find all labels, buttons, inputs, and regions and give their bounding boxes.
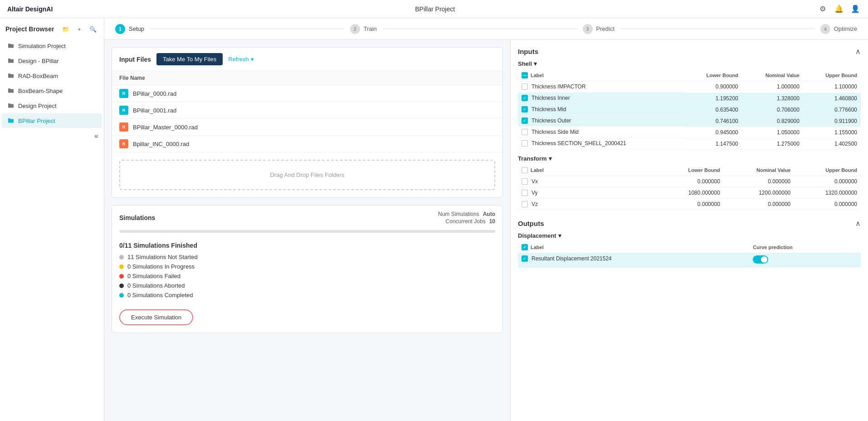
shell-row-upper: 1.460800 (803, 93, 861, 104)
file-row[interactable]: RBPillar_Master_0000.rad (112, 119, 502, 136)
shell-row-checkbox-4[interactable] (522, 129, 528, 135)
step-predict[interactable]: 3Predict (583, 24, 614, 34)
take-me-to-files-button[interactable]: Take Me To My Files (156, 53, 223, 65)
inputs-title: Inputs (518, 48, 538, 55)
add-icon[interactable]: + (74, 24, 85, 34)
output-row-checkbox-0[interactable]: ✓ (522, 255, 528, 262)
sidebar-item-design-project[interactable]: Design Project (2, 98, 102, 113)
simulations-meta: Num Simulations Auto Concurrent Jobs 10 (438, 211, 495, 225)
shell-row-label: Thickness SECTION_SHELL_2000421 (532, 140, 626, 147)
sim-status-title: 0/11 Simulations Finished (119, 242, 495, 249)
output-toggle[interactable] (753, 255, 768, 264)
outputs-col-curve: Curve prediction (749, 242, 861, 253)
transform-row-checkbox-2[interactable] (522, 201, 528, 207)
file-row[interactable]: RBpillar_INC_0000.rad (112, 136, 502, 152)
shell-col-nominal: Nominal Value (742, 70, 803, 81)
search-icon[interactable]: 🔍 (88, 24, 98, 34)
two-panel: Input Files Take Me To My Files Refresh … (104, 40, 868, 421)
step-setup[interactable]: 1Setup (115, 24, 144, 34)
refresh-button[interactable]: Refresh ▾ (228, 56, 254, 63)
list-item: 0 Simulations Aborted (119, 282, 495, 289)
shell-select-all-checkbox[interactable]: — (522, 72, 528, 78)
shell-row-checkbox-2[interactable]: ✓ (522, 106, 528, 113)
folder-icon (7, 57, 15, 64)
sidebar-actions: 📁 + 🔍 (60, 24, 98, 34)
status-dot-gray (119, 255, 124, 259)
shell-table-body: Thickness IMPACTOR0.9000001.0000001.1000… (518, 81, 861, 150)
step-label-2: Predict (596, 25, 614, 32)
displacement-label: Displacement (518, 232, 556, 239)
outputs-select-all-checkbox[interactable]: ✓ (522, 244, 528, 250)
inputs-collapse-button[interactable]: ∧ (855, 47, 861, 56)
simulations-header: Simulations Num Simulations Auto Concurr… (112, 206, 502, 230)
transform-table-header-row: Label Lower Bound Nominal Value Upper Bo… (518, 165, 861, 176)
shell-row-checkbox-3[interactable]: ✓ (522, 117, 528, 124)
drop-zone[interactable]: Drag And Drop Files Folders (119, 160, 495, 190)
transform-row-lower: 1080.000000 (657, 187, 724, 199)
transform-row-checkbox-1[interactable] (522, 190, 528, 196)
sidebar-item-design-bpillar[interactable]: Design - BPillar (2, 54, 102, 68)
outputs-collapse-button[interactable]: ∧ (855, 219, 861, 228)
shell-row-upper: 0.911900 (803, 115, 861, 127)
step-train[interactable]: 2Train (350, 24, 377, 34)
folder-icon (7, 72, 15, 79)
sidebar-item-rad-boxbeam[interactable]: RAD-BoxBeam (2, 69, 102, 83)
collapse-sidebar-button[interactable]: « (94, 132, 98, 140)
shell-label: Shell (518, 60, 532, 67)
sidebar-item-boxbeam-shape[interactable]: BoxBeam-Shape (2, 83, 102, 98)
shell-row-upper: 1.402500 (803, 138, 861, 149)
file-name: BPillar_0000.rad (133, 90, 176, 97)
sidebar-title: Project Browser (5, 25, 54, 33)
execute-simulation-button[interactable]: Execute Simulation (119, 309, 193, 325)
refresh-label: Refresh (228, 56, 249, 63)
sidebar-item-bpillar-project[interactable]: BPillar Project (2, 113, 102, 128)
step-optimize[interactable]: 4Optimize (820, 24, 857, 34)
content-area: 1Setup2Train3Predict4Optimize Input File… (104, 18, 868, 421)
shell-row-upper: 0.776600 (803, 104, 861, 115)
user-icon[interactable]: 👤 (850, 4, 861, 15)
shell-row-nominal: 1.050000 (742, 127, 803, 138)
transform-row-upper: 1320.000000 (794, 187, 861, 199)
shell-title[interactable]: Shell ▾ (518, 60, 861, 67)
displacement-title[interactable]: Displacement ▾ (518, 232, 861, 239)
table-row: ✓Resultant Displacement 2021524 (518, 253, 861, 268)
transform-row-label: Vx (532, 178, 538, 185)
transform-title[interactable]: Transform ▾ (518, 155, 861, 162)
file-name: BPillar_0001.rad (133, 107, 176, 114)
notifications-icon[interactable]: 🔔 (834, 4, 844, 15)
concurrent-jobs-row: Concurrent Jobs 10 (446, 218, 495, 225)
transform-row-checkbox-0[interactable] (522, 178, 528, 185)
settings-icon[interactable]: ⚙ (817, 4, 828, 15)
file-row[interactable]: RBPillar_0001.rad (112, 102, 502, 119)
status-label: 0 Simulations In Progress (127, 263, 195, 270)
shell-row-lower: 0.635400 (684, 104, 742, 115)
simulations-title: Simulations (119, 214, 155, 221)
shell-table-header-row: — Label Lower Bound Nominal Value Upper … (518, 70, 861, 81)
shell-chevron-icon: ▾ (534, 60, 537, 67)
sidebar-item-label: Design Project (18, 103, 57, 109)
step-number-2: 3 (583, 24, 593, 34)
table-row: Thickness IMPACTOR0.9000001.0000001.1000… (518, 81, 861, 93)
shell-row-checkbox-1[interactable]: ✓ (522, 95, 528, 101)
input-files-header: Input Files Take Me To My Files Refresh … (112, 48, 502, 71)
sim-status-area: 0/11 Simulations Finished 11 Simulations… (112, 236, 502, 304)
sidebar-item-simulation-project[interactable]: Simulation Project (2, 39, 102, 53)
shell-row-nominal: 0.706000 (742, 104, 803, 115)
shell-col-lower: Lower Bound (684, 70, 742, 81)
main-layout: Project Browser 📁 + 🔍 Simulation Project… (0, 18, 868, 421)
step-line-2 (620, 29, 815, 29)
new-folder-icon[interactable]: 📁 (60, 24, 71, 34)
transform-select-all-checkbox[interactable] (522, 167, 528, 173)
list-item: 0 Simulations In Progress (119, 263, 495, 270)
shell-row-checkbox-5[interactable] (522, 140, 528, 147)
folder-icon (7, 102, 15, 109)
sidebar-items: Simulation ProjectDesign - BPillarRAD-Bo… (0, 38, 104, 128)
folder-icon (7, 117, 15, 124)
transform-row-nominal: 0.000000 (724, 199, 794, 210)
shell-row-label: Thickness Inner (532, 95, 570, 101)
drop-zone-text: Drag And Drop Files Folders (270, 171, 344, 178)
step-label-1: Train (364, 25, 377, 32)
file-row[interactable]: RBPillar_0000.rad (112, 85, 502, 102)
file-type-icon: R (119, 89, 128, 98)
shell-row-checkbox-0[interactable] (522, 83, 528, 90)
